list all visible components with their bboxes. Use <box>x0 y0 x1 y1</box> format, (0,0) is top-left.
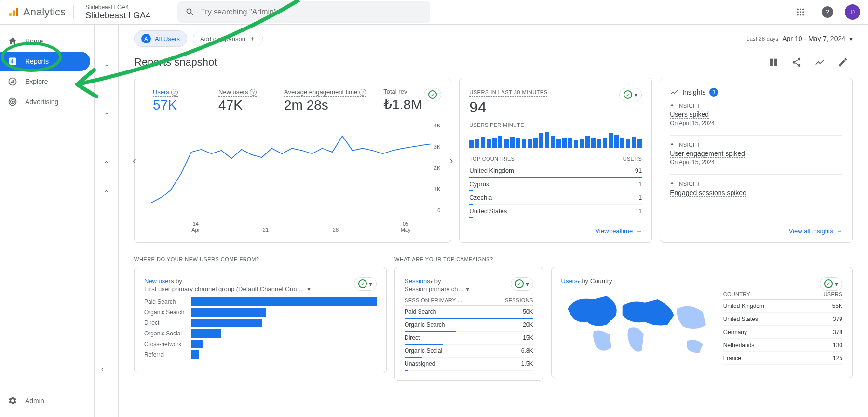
chevron-down-icon: ▾ <box>430 279 433 284</box>
tree-expand-4[interactable]: ⌃ <box>95 183 118 202</box>
apps-icon[interactable] <box>791 2 810 22</box>
svg-point-10 <box>800 14 801 15</box>
country-row[interactable]: United Kingdom91 <box>469 164 642 178</box>
nav-home-label: Home <box>25 37 43 45</box>
compare-icon[interactable] <box>764 53 783 72</box>
nav-reports[interactable]: Reports <box>0 52 90 71</box>
nav-rail: Home Reports Explore Advertising Admin <box>0 25 95 417</box>
card-status-pill[interactable]: ✓▾ <box>511 277 533 291</box>
arrow-right-icon: → <box>636 227 642 235</box>
country-row[interactable]: Czechia1 <box>469 191 642 205</box>
country-row[interactable]: Germany378 <box>723 326 842 339</box>
help-tooltip-icon[interactable]: ? <box>250 89 257 96</box>
help-tooltip-icon[interactable]: ? <box>171 89 178 96</box>
metric-revenue[interactable]: Total rev ₺1.8M <box>383 88 432 112</box>
session-row[interactable]: Paid Search50K <box>405 306 533 319</box>
search-input[interactable] <box>201 8 422 16</box>
svg-point-7 <box>800 11 801 13</box>
chevron-down-icon: ▾ <box>369 280 372 288</box>
date-range-value: Apr 10 - May 7, 2024 <box>782 35 845 42</box>
channel-bar-row[interactable]: Cross-network <box>144 340 377 348</box>
nav-admin[interactable]: Admin <box>0 391 90 410</box>
country-row[interactable]: United States379 <box>723 313 842 326</box>
channel-bar-row[interactable]: Referral <box>144 350 377 359</box>
add-comparison-button[interactable]: Add comparison ＋ <box>193 31 263 46</box>
country-row[interactable]: Cyprus1 <box>469 178 642 191</box>
world-map <box>561 290 716 367</box>
report-tree-panel: ⌃ ⌃ ⌃ ⌃ ‹ <box>95 25 119 417</box>
check-icon: ✓ <box>358 279 367 288</box>
metric-engagement[interactable]: Average engagement time? 2m 28s <box>284 88 366 113</box>
segment-all-users[interactable]: A All Users <box>134 30 187 47</box>
check-icon: ✓ <box>824 279 833 288</box>
country-row[interactable]: Netherlands130 <box>723 339 842 352</box>
svg-rect-0 <box>9 13 12 16</box>
country-row[interactable]: United Kingdom55K <box>723 300 842 313</box>
segment-badge: A <box>141 34 151 43</box>
arrow-right-icon: → <box>836 227 842 235</box>
reports-icon <box>8 56 17 66</box>
metric-new-users[interactable]: New users? 47K <box>218 88 267 113</box>
insight-item[interactable]: ✦INSIGHTUsers spikedOn April 15, 2024 <box>670 102 842 126</box>
card-status-pill[interactable]: ✓▾ <box>820 277 842 291</box>
metric-selector[interactable]: New users <box>144 278 174 285</box>
chevron-down-icon: ▾ <box>466 285 469 292</box>
sessions-card: ✓▾ Sessions▾ by Session primary ch… ▾ SE… <box>394 267 543 381</box>
metric-selector[interactable]: Sessions <box>405 278 430 285</box>
metrics-card: ✓ ‹ › Users? 57K New users? 47K Av <box>134 78 451 243</box>
metric-selector[interactable]: Users <box>561 278 578 285</box>
help-tooltip-icon[interactable]: ? <box>359 89 366 96</box>
insight-item[interactable]: ✦INSIGHTUser engagement spikedOn April 1… <box>670 141 842 166</box>
metrics-prev-icon[interactable]: ‹ <box>133 155 136 166</box>
search-icon <box>185 7 195 17</box>
session-row[interactable]: Direct15K <box>405 332 533 345</box>
nav-explore[interactable]: Explore <box>0 72 90 91</box>
channel-bar-row[interactable]: Organic Social <box>144 329 377 338</box>
country-row[interactable]: United States1 <box>469 205 642 218</box>
edit-icon[interactable] <box>833 53 853 72</box>
search-box[interactable] <box>177 1 430 23</box>
insights-icon[interactable] <box>810 53 829 72</box>
card-status-pill[interactable]: ✓▾ <box>619 88 642 101</box>
country-row[interactable]: France125 <box>723 352 842 365</box>
analytics-logo[interactable]: Analytics <box>8 6 66 18</box>
insight-item[interactable]: ✦INSIGHTEngaged sessions spiked <box>670 181 842 197</box>
channel-bar-row[interactable]: Direct <box>144 319 377 327</box>
dimension-selector[interactable]: Session primary ch… <box>405 285 464 292</box>
section-spacer <box>551 256 853 262</box>
view-realtime-link[interactable]: View realtime→ <box>595 227 642 235</box>
svg-point-11 <box>802 14 804 15</box>
tree-expand-2[interactable]: ⌃ <box>95 106 118 125</box>
chevron-down-icon: ▾ <box>835 280 838 288</box>
property-selector[interactable]: Slidebeast I GA4 Slidebeast I GA4 <box>81 4 150 21</box>
page-title: Reports snapshot <box>134 56 217 69</box>
section-question-2: WHAT ARE YOUR TOP CAMPAIGNS? <box>394 256 543 262</box>
nav-advertising[interactable]: Advertising <box>0 92 90 111</box>
session-row[interactable]: Organic Social6.8K <box>405 345 533 358</box>
share-icon[interactable] <box>787 53 806 72</box>
tree-expand-1[interactable]: ⌃ <box>95 57 118 77</box>
metric-users[interactable]: Users? 57K <box>153 88 201 113</box>
help-icon[interactable]: ? <box>818 2 837 22</box>
dimension-selector[interactable]: Country <box>590 278 612 285</box>
realtime-sparkbars <box>469 131 642 148</box>
channel-bar-row[interactable]: Paid Search <box>144 297 377 306</box>
channel-bar-row[interactable]: Organic Search <box>144 308 377 317</box>
avatar[interactable]: D <box>845 4 860 20</box>
chevron-down-icon: ▾ <box>577 279 580 284</box>
realtime-card: ✓▾ USERS IN LAST 30 MINUTES 94 USERS PER… <box>459 78 652 243</box>
session-row[interactable]: Unassigned1.5K <box>405 358 533 371</box>
date-range-picker[interactable]: Last 28 days Apr 10 - May 7, 2024 ▾ <box>746 35 853 42</box>
view-all-insights-link[interactable]: View all insights→ <box>789 227 842 235</box>
dimension-selector[interactable]: First user primary channel group (Defaul… <box>144 285 305 292</box>
tree-expand-3[interactable]: ⌃ <box>95 154 118 173</box>
collapse-panel-icon[interactable]: ‹ <box>101 359 104 378</box>
session-row[interactable]: Organic Search20K <box>405 319 533 332</box>
check-icon: ✓ <box>624 90 632 99</box>
segment-label: All Users <box>155 35 180 42</box>
divider <box>73 5 74 19</box>
realtime-value: 94 <box>469 98 642 116</box>
card-status-pill[interactable]: ✓▾ <box>354 277 377 291</box>
nav-home[interactable]: Home <box>0 31 90 51</box>
metrics-next-icon[interactable]: › <box>450 155 453 166</box>
